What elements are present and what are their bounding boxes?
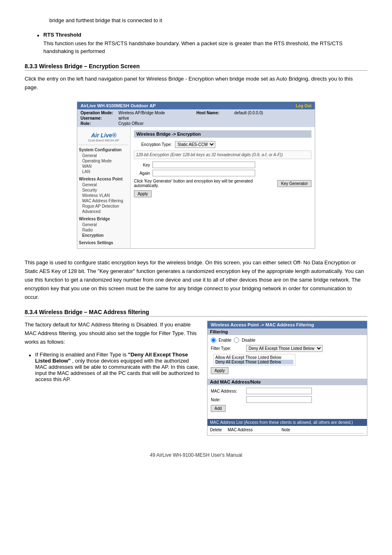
mac-address-label: MAC Address: — [211, 389, 244, 393]
enable-radio[interactable] — [211, 338, 216, 343]
op-mode-label: Operation Mode: — [81, 111, 118, 115]
add-button-row: Add — [211, 405, 364, 412]
op-mode-value: Wireless AP/Bridge Mode — [118, 111, 196, 115]
note-label: Note: — [211, 398, 244, 402]
mac-address-input[interactable] — [246, 388, 312, 394]
col-mac: MAC Address — [228, 428, 253, 432]
enable-label: Enable — [219, 338, 231, 342]
ui-body: Air Live® Dual-Band MESH AP System Confi… — [77, 127, 315, 248]
role-value: Crypto Officer — [118, 121, 196, 126]
mac-list-body: Delete MAC Address Note — [208, 426, 367, 435]
mac-list-header: Delete MAC Address Note — [210, 428, 364, 434]
mac-apply-button[interactable]: Apply — [211, 367, 228, 374]
again-row: Again — [134, 170, 311, 176]
sidebar-item-operating-mode[interactable]: Operating Mode — [79, 158, 129, 164]
add-mac-button[interactable]: Add — [211, 405, 226, 412]
note-row: Note: — [211, 396, 364, 403]
sidebar-item-wap-general[interactable]: General — [79, 182, 129, 187]
sidebar-item-wireless-vlan[interactable]: Wireless VLAN — [79, 193, 129, 198]
rts-desc: This function uses for the RTS/CTS hands… — [44, 39, 367, 56]
mac-list-section: MAC Address List (Access from these clie… — [208, 419, 367, 426]
section-833-desc: Click the entry on the left hand navigat… — [25, 75, 367, 92]
sidebar-item-mac-filtering[interactable]: MAC Address Filtering — [79, 198, 129, 204]
bullet-filtering: • If Filtering is enabled and Filter Typ… — [29, 352, 201, 382]
sidebar-item-security[interactable]: Security — [79, 187, 129, 193]
host-name-value: default (0.0.0.0) — [234, 111, 311, 115]
rts-title: RTS Threshold — [44, 32, 367, 38]
again-label: Again — [134, 171, 152, 176]
sidebar-item-advanced[interactable]: Advanced — [79, 209, 129, 214]
role-label: Role: — [81, 121, 118, 126]
ui-sidebar: Air Live® Dual-Band MESH AP System Confi… — [77, 127, 131, 248]
disable-label: Disable — [242, 338, 255, 342]
sidebar-item-wan[interactable]: WAN — [79, 164, 129, 169]
sidebar-group-system: System Configuration — [79, 148, 129, 152]
dropdown-item-allow[interactable]: Allow All Except Those Listed Below — [215, 355, 293, 360]
sidebar-group-services: Services Settings — [79, 240, 129, 245]
ui-page-title: Wireless Bridge -> Encryption — [134, 130, 311, 138]
sidebar-item-bridge-general[interactable]: General — [79, 222, 129, 227]
filter-type-row: Filter Type: Deny All Except Those Liste… — [211, 345, 364, 352]
device-title: AirLive WH-9100MESH Outdoor AP — [81, 103, 156, 108]
sidebar-group-wireless-ap: Wireless Access Point — [79, 177, 129, 181]
filter-type-label: Filter Type: — [211, 346, 244, 351]
sidebar-item-general[interactable]: General — [79, 153, 129, 158]
mac-address-row: MAC Address: — [211, 388, 364, 394]
ui-info-bar: Operation Mode: Wireless AP/Bridge Mode … — [77, 109, 315, 127]
again-input[interactable] — [152, 170, 255, 176]
sidebar-group-wireless-bridge: Wireless Bridge — [79, 217, 129, 221]
logout-link[interactable]: Log Out — [296, 104, 311, 108]
add-mac-section-title: Add MAC Address/Note — [208, 379, 367, 385]
username-value: airlive — [118, 116, 196, 120]
apply-row: Apply — [134, 190, 311, 197]
enc-type-row: Encryption Type: Static AES-CCM — [134, 141, 311, 148]
enable-disable-row: Enable Disable — [211, 338, 364, 343]
disable-radio[interactable] — [234, 338, 239, 343]
host-name-label: Host Name: — [196, 111, 233, 115]
enc-type-label: Encryption Type: — [134, 142, 175, 147]
mac-header: Wireless Access Point -> MAC Address Fil… — [208, 321, 367, 328]
ui-header-bar: AirLive WH-9100MESH Outdoor AP Log Out — [77, 102, 315, 109]
mac-apply-row: Apply — [211, 367, 364, 374]
section-834-content: Wireless Access Point -> MAC Address Fil… — [25, 321, 367, 436]
airlive-logo: Air Live® Dual-Band MESH AP — [79, 130, 129, 145]
keygen-button[interactable]: Key Generator — [277, 180, 311, 187]
apply-button[interactable]: Apply — [134, 190, 152, 197]
ui-main-content: Wireless Bridge -> Encryption Encryption… — [131, 127, 315, 248]
section-834-title: 8.3.4 Wireless Bridge – MAC Address filt… — [25, 309, 367, 317]
keygen-row: Click 'Key Generator' button and encrypt… — [134, 179, 311, 188]
filtering-section-title: Filtering — [208, 328, 367, 335]
sidebar-item-rogue-ap[interactable]: Rogue AP Detection — [79, 204, 129, 209]
note-input[interactable] — [246, 396, 312, 403]
key-label: Key — [134, 163, 152, 167]
key-input[interactable] — [152, 162, 255, 168]
enc-note: 128-bit Encryption (Enter 128-bit keys a… — [134, 150, 311, 159]
add-mac-body: MAC Address: Note: Add — [208, 385, 367, 416]
mac-ui-screenshot: Wireless Access Point -> MAC Address Fil… — [207, 321, 367, 436]
col-delete: Delete — [210, 428, 222, 432]
username-label: Username: — [81, 116, 118, 120]
col-note: Note — [281, 428, 290, 432]
logo-subtitle: Dual-Band MESH AP — [79, 139, 129, 142]
keygen-desc: Click 'Key Generator' button and encrypt… — [134, 179, 275, 188]
sidebar-item-lan[interactable]: LAN — [79, 169, 129, 174]
filter-type-select[interactable]: Deny All Except Those Listed Below Allow… — [246, 345, 323, 352]
mac-body: Enable Disable Filter Type: Deny All Exc… — [208, 335, 367, 379]
logo-text: Air Live® — [79, 132, 129, 139]
intro-text: bridge and furthest bridge that is conne… — [49, 16, 367, 25]
section-833-body: This page is used to configure static en… — [25, 259, 367, 301]
bullet-if-filtering: If Filtering is enabled and Filter Type … — [35, 352, 127, 358]
enc-type-select[interactable]: Static AES-CCM — [175, 141, 215, 148]
sidebar-item-radio[interactable]: Radio — [79, 227, 129, 233]
encryption-ui-screenshot: AirLive WH-9100MESH Outdoor AP Log Out O… — [77, 102, 315, 249]
key-row: Key — [134, 162, 311, 168]
sidebar-item-encryption[interactable]: Encryption — [79, 233, 129, 238]
section-833-title: 8.3.3 Wireless Bridge – Encryption Scree… — [25, 63, 367, 71]
dropdown-hint: Allow All Except Those Listed Below Deny… — [213, 354, 295, 365]
dropdown-item-deny[interactable]: Deny All Except Those Listed Below — [215, 360, 293, 364]
page-footer: 49 AirLive WH-9100-MESH User's Manual — [25, 452, 367, 458]
